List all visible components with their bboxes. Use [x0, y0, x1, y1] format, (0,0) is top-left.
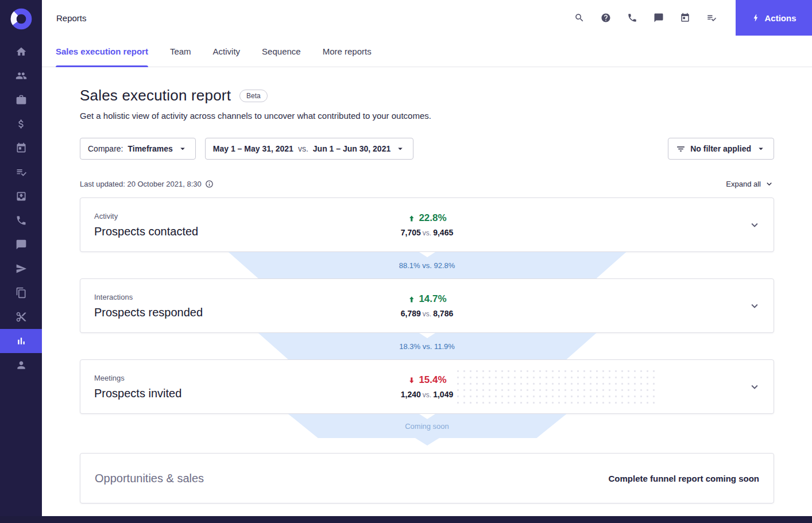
meta-row: Last updated: 20 October 2021, 8:30 Expa… [80, 179, 774, 189]
page-subtitle: Get a holistic view of activity across c… [80, 111, 774, 121]
stage-values: 7,705vs.9,465 [401, 228, 453, 237]
actions-button-label: Actions [764, 13, 796, 23]
dollar-icon [16, 118, 27, 130]
calendar-icon[interactable] [680, 13, 690, 23]
stage-values: 1,240vs.1,049 [401, 390, 453, 399]
stage-info: Interactions Prospects responded [80, 293, 203, 319]
compare-dropdown[interactable]: Compare: Timeframes [80, 138, 196, 160]
chat-icon [16, 239, 27, 250]
stage-category: Activity [94, 212, 198, 220]
stage-title: Prospects contacted [94, 225, 198, 238]
page-section-title: Reports [56, 13, 87, 23]
bottom-edge-bar [0, 516, 812, 523]
conversion-rate: 18.3% vs. 11.9% [80, 333, 774, 359]
expand-stage-button[interactable] [745, 215, 764, 235]
tab-team[interactable]: Team [170, 36, 191, 67]
stage-value-b: 9,465 [433, 228, 453, 237]
sidebar-item-chat[interactable] [0, 233, 42, 257]
sidebar-item-profile[interactable] [0, 353, 42, 377]
last-updated-text: Last updated: 20 October 2021, 8:30 [80, 180, 202, 188]
vs-label: vs. [423, 229, 431, 237]
bar-chart-icon [16, 335, 27, 347]
sidebar-item-outbox[interactable] [0, 257, 42, 281]
tasks-icon [16, 166, 27, 178]
timeframe-b: Jun 1 – Jun 30, 2021 [313, 144, 390, 153]
filters-row: Compare: Timeframes May 1 – May 31, 2021… [80, 138, 774, 160]
stage-category: Interactions [94, 293, 203, 301]
coming-soon-label: Coming soon [80, 414, 774, 438]
stage-metrics: 14.7% 6,789vs.8,786 [401, 293, 453, 318]
stage-value-a: 7,705 [401, 228, 421, 237]
home-icon [16, 46, 27, 57]
expand-stage-button[interactable] [745, 377, 764, 397]
conversion-rate: 88.1% vs. 92.8% [80, 252, 774, 278]
tab-label: Sequence [262, 47, 301, 56]
stage-value-b: 8,786 [433, 309, 453, 318]
page-title: Sales execution report [80, 87, 231, 104]
stage-info: Meetings Prospects invited [80, 374, 181, 400]
opportunities-sales-card: Opportunities & sales Complete funnel re… [80, 453, 774, 503]
actions-button[interactable]: Actions [736, 0, 812, 36]
person-icon [16, 359, 27, 371]
stage-metrics: 22.8% 7,705vs.9,465 [401, 212, 453, 237]
filter-icon [676, 144, 686, 154]
stage-change: 15.4% [401, 374, 453, 386]
expand-stage-button[interactable] [745, 296, 764, 316]
sidebar-item-snippets[interactable] [0, 305, 42, 329]
funnel-down-arrow [415, 438, 439, 445]
info-icon[interactable] [205, 180, 214, 188]
tab-label: Team [170, 47, 191, 56]
sidebar-item-reports[interactable] [0, 329, 42, 353]
tab-label: Activity [213, 47, 241, 56]
scissors-icon [16, 311, 27, 323]
sidebar-item-opportunities[interactable] [0, 112, 42, 136]
timeframe-a: May 1 – May 31, 2021 [213, 144, 293, 153]
timeframe-dropdown[interactable]: May 1 – May 31, 2021 vs. Jun 1 – Jun 30,… [205, 138, 413, 160]
search-icon[interactable] [574, 13, 585, 23]
filter-dropdown[interactable]: No filter applied [668, 138, 774, 160]
topbar: Reports Actions [42, 0, 812, 36]
stage-change-value: 14.7% [419, 293, 446, 305]
app-window: Reports Actions Sales execution report T… [0, 0, 812, 523]
outreach-logo[interactable] [10, 7, 33, 30]
arrow-up-icon [407, 295, 416, 304]
funnel-connector-1: 88.1% vs. 92.8% [80, 252, 774, 278]
stage-value-a: 1,240 [401, 390, 421, 399]
sidebar-item-home[interactable] [0, 40, 42, 64]
copy-icon [16, 287, 27, 299]
stage-card-prospects-responded: Interactions Prospects responded 14.7% 6… [80, 278, 774, 333]
dot-pattern-decoration [455, 368, 656, 405]
sidebar-item-prospects[interactable] [0, 64, 42, 88]
help-icon[interactable] [601, 13, 611, 23]
caret-down-icon [756, 144, 766, 154]
tasks-icon[interactable] [706, 13, 717, 23]
lightning-bolt-icon [751, 13, 760, 22]
call-icon[interactable] [627, 13, 637, 23]
sidebar-item-calendar[interactable] [0, 136, 42, 160]
sidebar-item-inbox[interactable] [0, 184, 42, 208]
tab-sequence[interactable]: Sequence [262, 36, 301, 67]
tab-activity[interactable]: Activity [213, 36, 241, 67]
expand-all-button[interactable]: Expand all [726, 179, 774, 189]
arrow-down-icon [407, 376, 416, 385]
stage-info: Activity Prospects contacted [80, 212, 198, 238]
stage-metrics: 15.4% 1,240vs.1,049 [401, 374, 453, 399]
sidebar-item-calls[interactable] [0, 208, 42, 233]
chat-icon[interactable] [654, 13, 664, 23]
sidebar-item-accounts[interactable] [0, 88, 42, 112]
expand-all-label: Expand all [726, 180, 761, 188]
tab-label: More reports [323, 47, 372, 56]
tab-sales-execution-report[interactable]: Sales execution report [56, 36, 148, 67]
arrow-up-icon [407, 214, 416, 223]
sidebar-item-sequences[interactable] [0, 160, 42, 184]
title-row: Sales execution report Beta [80, 87, 774, 104]
compare-value: Timeframes [127, 144, 172, 153]
funnel-connector-3: Coming soon [80, 414, 774, 438]
beta-badge: Beta [239, 90, 268, 102]
sidebar-item-templates[interactable] [0, 281, 42, 305]
tab-more-reports[interactable]: More reports [323, 36, 372, 67]
last-updated: Last updated: 20 October 2021, 8:30 [80, 180, 214, 188]
stage-change-value: 15.4% [419, 374, 446, 386]
briefcase-icon [16, 94, 27, 106]
vs-label: vs. [423, 310, 431, 318]
